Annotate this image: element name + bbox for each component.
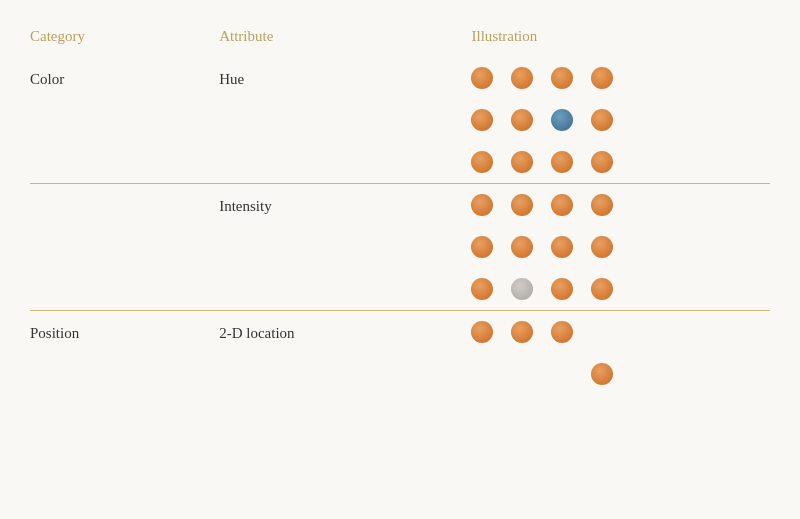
dot-blue-0-1-2 — [551, 109, 573, 131]
dot-orange-1-1-2 — [551, 236, 573, 258]
attribute-cell-2 — [219, 353, 471, 395]
dot-gray-1-2-1 — [511, 278, 533, 300]
attribute-cell-0: Hue — [219, 57, 471, 99]
attribute-cell-2: 2-D location — [219, 311, 471, 354]
category-cell-2: Position — [30, 311, 219, 354]
dot-orange-0-1-1 — [511, 109, 533, 131]
illustration-cell-2-0 — [471, 311, 770, 354]
dot-orange-1-1-1 — [511, 236, 533, 258]
dot-orange-1-1-0 — [471, 236, 493, 258]
attribute-cell-1 — [219, 268, 471, 311]
dot-orange-0-0-2 — [551, 67, 573, 89]
dot-orange-1-0-1 — [511, 194, 533, 216]
dot-orange-1-2-3 — [591, 278, 613, 300]
illustration-cell-0-1 — [471, 99, 770, 141]
dot-orange-0-2-0 — [471, 151, 493, 173]
attribute-cell-1 — [219, 226, 471, 268]
dot-orange-0-1-0 — [471, 109, 493, 131]
illustration-cell-1-1 — [471, 226, 770, 268]
category-cell-1 — [30, 268, 219, 311]
dot-orange-2-0-0 — [471, 321, 493, 343]
illustration-cell-0-2 — [471, 141, 770, 184]
dot-orange-1-2-2 — [551, 278, 573, 300]
dot-orange-0-0-1 — [511, 67, 533, 89]
category-cell-1 — [30, 184, 219, 227]
category-cell-0: Color — [30, 57, 219, 99]
dot-orange-1-0-3 — [591, 194, 613, 216]
dot-orange-0-2-3 — [591, 151, 613, 173]
dot-orange-2-0-1 — [511, 321, 533, 343]
dot-orange-1-0-0 — [471, 194, 493, 216]
category-cell-0 — [30, 99, 219, 141]
dot-orange-1-2-0 — [471, 278, 493, 300]
dot-orange-0-1-3 — [591, 109, 613, 131]
dot-orange-0-2-2 — [551, 151, 573, 173]
category-cell-0 — [30, 141, 219, 184]
dot-orange-0-0-3 — [591, 67, 613, 89]
dot-orange-1-0-2 — [551, 194, 573, 216]
dot-orange-2-1-3 — [591, 363, 613, 385]
dot-orange-0-2-1 — [511, 151, 533, 173]
illustration-cell-1-0 — [471, 184, 770, 227]
illustration-cell-0-0 — [471, 57, 770, 99]
illustration-cell-1-2 — [471, 268, 770, 311]
illustration-cell-2-1 — [471, 353, 770, 395]
header-category: Category — [30, 20, 219, 57]
dot-orange-2-0-2 — [551, 321, 573, 343]
category-cell-1 — [30, 226, 219, 268]
attribute-cell-0 — [219, 141, 471, 184]
header-attribute: Attribute — [219, 20, 471, 57]
header-illustration: Illustration — [471, 20, 770, 57]
main-table-container: Category Attribute Illustration ColorHue… — [0, 0, 800, 415]
dot-orange-0-0-0 — [471, 67, 493, 89]
attribute-cell-1: Intensity — [219, 184, 471, 227]
attribute-cell-0 — [219, 99, 471, 141]
dot-orange-1-1-3 — [591, 236, 613, 258]
category-cell-2 — [30, 353, 219, 395]
